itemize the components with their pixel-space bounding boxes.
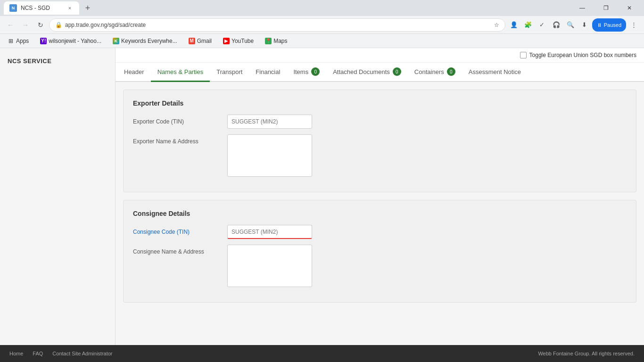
tab-attached-docs-label: Attached Documents [333, 68, 390, 75]
page-content: NCS SERVICE Toggle European Union SGD bo… [0, 48, 644, 345]
consignee-section: Consignee Details Consignee Code (TIN) C… [123, 200, 636, 303]
exporter-code-row: Exporter Code (TIN) [133, 115, 627, 129]
attached-docs-badge: 0 [393, 67, 401, 76]
minimize-button[interactable]: — [571, 1, 593, 15]
eu-checkbox[interactable] [520, 52, 527, 58]
consignee-code-label: Consignee Code (TIN) [133, 225, 227, 235]
tab-financial[interactable]: Financial [249, 63, 287, 82]
top-bar: Toggle European Union SGD box numbers [116, 48, 644, 63]
exporter-code-label: Exporter Code (TIN) [133, 115, 227, 125]
tab-items-label: Items [293, 68, 308, 75]
consignee-name-textarea[interactable] [227, 245, 312, 287]
bookmark-keywords-label: Keywords Everywhe... [121, 38, 177, 44]
consignee-code-input[interactable] [227, 225, 312, 239]
footer-home-link[interactable]: Home [9, 351, 23, 356]
profile-icon[interactable]: 👤 [507, 18, 520, 32]
tab-header-label: Header [124, 68, 144, 75]
maps-icon: 📍 [265, 38, 272, 44]
star-icon[interactable]: ☆ [494, 22, 499, 28]
footer-copyright: Webb Fontaine Group. All rights reserved… [538, 351, 635, 356]
footer-links: Home FAQ Contact Site Administrator [9, 351, 113, 356]
window-controls: — ❐ ✕ [571, 1, 640, 15]
exporter-section-title: Exporter Details [133, 99, 627, 107]
tab-transport-label: Transport [216, 68, 242, 75]
menu-button[interactable]: ⋮ [627, 18, 640, 32]
tab-assessment-label: Assessment Notice [469, 68, 521, 75]
sidebar: NCS SERVICE [0, 48, 116, 345]
tab-items[interactable]: Items 0 [287, 63, 326, 82]
bookmark-apps[interactable]: ⊞ Apps [6, 37, 31, 45]
new-tab-button[interactable]: + [81, 1, 94, 15]
bookmark-apps-label: Apps [16, 38, 29, 44]
forward-button[interactable]: → [19, 18, 32, 32]
sidebar-title: NCS SERVICE [0, 54, 115, 68]
maximize-button[interactable]: ❐ [595, 1, 617, 15]
paused-label: Paused [604, 22, 621, 28]
paused-button[interactable]: ⏸ Paused [592, 18, 626, 32]
gmail-icon: M [189, 38, 195, 44]
footer-contact-link[interactable]: Contact Site Administrator [52, 351, 112, 356]
security-icon: 🔒 [55, 22, 62, 28]
toggle-eu-label[interactable]: Toggle European Union SGD box numbers [520, 52, 636, 58]
exporter-name-row: Exporter Name & Address [133, 134, 627, 177]
bookmark-keywords[interactable]: K Keywords Everywhe... [111, 37, 179, 45]
bookmark-youtube-label: YouTube [231, 38, 254, 44]
url-text: app.trade.gov.ng/sgd/sad/create [65, 22, 491, 28]
items-badge: 0 [311, 67, 320, 76]
tab-containers-label: Containers [414, 68, 444, 75]
apps-icon: ⊞ [8, 38, 14, 44]
tab-header[interactable]: Header [117, 63, 151, 82]
toggle-eu-text: Toggle European Union SGD box numbers [529, 52, 636, 58]
consignee-name-label: Consignee Name & Address [133, 245, 227, 255]
back-button[interactable]: ← [4, 18, 17, 32]
bookmark-maps-label: Maps [273, 38, 287, 44]
active-tab[interactable]: N NCS - SGD × [4, 1, 79, 15]
exporter-name-textarea[interactable] [227, 134, 312, 177]
tab-financial-label: Financial [256, 68, 280, 75]
exporter-name-label: Exporter Name & Address [133, 134, 227, 145]
tab-names-parties-label: Names & Parties [157, 68, 204, 75]
bookmark-yahoo[interactable]: Y! wilsonjewit - Yahoo... [38, 37, 103, 45]
tab-close-btn[interactable]: × [66, 4, 74, 12]
tab-containers[interactable]: Containers 0 [408, 63, 462, 82]
refresh-button[interactable]: ↻ [34, 18, 47, 32]
paused-icon: ⏸ [597, 22, 602, 28]
footer-faq-link[interactable]: FAQ [33, 351, 43, 356]
youtube-icon: ▶ [223, 38, 230, 44]
bookmark-yahoo-label: wilsonjewit - Yahoo... [49, 38, 101, 44]
headphone-icon[interactable]: 🎧 [550, 18, 563, 32]
bookmarks-bar: ⊞ Apps Y! wilsonjewit - Yahoo... K Keywo… [0, 34, 644, 48]
consignee-section-title: Consignee Details [133, 210, 627, 217]
bookmark-maps[interactable]: 📍 Maps [263, 37, 289, 45]
consignee-code-row: Consignee Code (TIN) [133, 225, 627, 239]
tabs-bar: Header Names & Parties Transport Financi… [116, 63, 644, 82]
exporter-code-input[interactable] [227, 115, 312, 129]
keywords-icon: K [113, 38, 119, 44]
yahoo-icon: Y! [40, 38, 47, 44]
bookmark-gmail[interactable]: M Gmail [187, 37, 214, 45]
close-button[interactable]: ✕ [619, 1, 640, 15]
containers-badge: 0 [447, 67, 455, 76]
consignee-name-row: Consignee Name & Address [133, 245, 627, 287]
tab-title: NCS - SGD [21, 5, 50, 11]
exporter-section: Exporter Details Exporter Code (TIN) Exp… [123, 90, 636, 192]
navigation-bar: ← → ↻ 🔒 app.trade.gov.ng/sgd/sad/create … [0, 16, 644, 34]
form-area: Exporter Details Exporter Code (TIN) Exp… [116, 82, 644, 345]
bookmark-gmail-label: Gmail [197, 38, 212, 44]
browser-nav-icons: 👤 🧩 ✓ 🎧 🔍 ⬇ ⏸ Paused ⋮ [507, 18, 640, 32]
tab-transport[interactable]: Transport [210, 63, 249, 82]
checkmark-icon[interactable]: ✓ [536, 18, 549, 32]
tab-assessment-notice[interactable]: Assessment Notice [462, 63, 528, 82]
search-icon[interactable]: 🔍 [564, 18, 577, 32]
bookmark-youtube[interactable]: ▶ YouTube [221, 37, 256, 45]
title-bar: N NCS - SGD × + — ❐ ✕ [0, 0, 644, 16]
tab-favicon: N [9, 4, 17, 12]
address-bar[interactable]: 🔒 app.trade.gov.ng/sgd/sad/create ☆ [49, 18, 505, 32]
footer: Home FAQ Contact Site Administrator Webb… [0, 345, 644, 362]
tab-names-parties[interactable]: Names & Parties [151, 63, 210, 82]
main-content: Toggle European Union SGD box numbers He… [116, 48, 644, 345]
tab-attached-documents[interactable]: Attached Documents 0 [326, 63, 408, 82]
extensions-icon[interactable]: 🧩 [521, 18, 535, 32]
download-icon[interactable]: ⬇ [578, 18, 591, 32]
